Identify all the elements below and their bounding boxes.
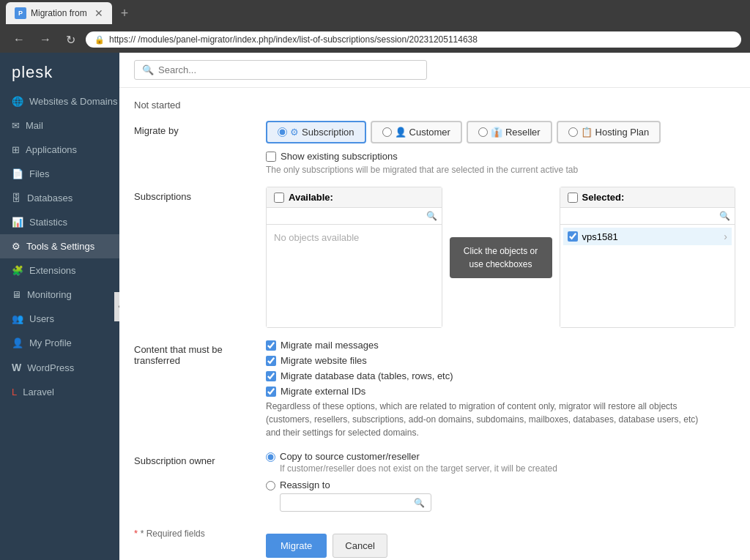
new-tab-button[interactable]: +: [115, 6, 135, 21]
migrate-mail-label[interactable]: Migrate mail messages: [281, 340, 379, 351]
sidebar-label-extensions: Extensions: [29, 265, 76, 276]
copy-to-source-radio[interactable]: [266, 452, 275, 462]
migrate-website-label[interactable]: Migrate website files: [281, 355, 367, 366]
sidebar-item-applications[interactable]: ⊞ Applications: [0, 138, 119, 162]
migrate-website-checkbox[interactable]: [266, 356, 276, 366]
address-bar[interactable]: 🔒 https:// /modules/panel-migrator/index…: [86, 31, 741, 48]
lock-icon: 🔒: [94, 35, 105, 45]
migrate-option-customer[interactable]: 👤 Customer: [371, 121, 462, 143]
transfer-mail: Migrate mail messages: [266, 340, 735, 351]
active-tab[interactable]: P Migration from ✕: [6, 2, 112, 24]
selected-search-row: 🔍: [560, 208, 735, 225]
migrate-option-subscription[interactable]: ⚙ Subscription: [266, 121, 366, 143]
selected-search-input[interactable]: [565, 211, 717, 221]
available-panel-body: No objects available: [267, 225, 442, 327]
sidebar-item-extensions[interactable]: 🧩 Extensions: [0, 258, 119, 283]
cancel-button[interactable]: Cancel: [333, 534, 387, 558]
sidebar-label-myprofile: My Profile: [29, 337, 72, 348]
sidebar-item-websites[interactable]: 🌐 Websites & Domains: [0, 89, 119, 113]
click-hint-box: Click the objects or use checkboxes: [450, 237, 552, 278]
reassign-to-input[interactable]: [286, 497, 409, 508]
selected-select-all[interactable]: [568, 193, 578, 203]
sidebar-item-monitoring[interactable]: 🖥 Monitoring: [0, 283, 119, 307]
subscription-radio[interactable]: [278, 127, 287, 137]
show-existing-label[interactable]: Show existing subscriptions: [281, 151, 398, 162]
click-hint-container: Click the objects or use checkboxes: [442, 187, 560, 328]
reseller-label: Reseller: [505, 127, 541, 138]
action-buttons: Migrate Cancel: [266, 534, 735, 560]
forward-button[interactable]: →: [35, 31, 56, 48]
selected-item-vps1581[interactable]: vps1581 ›: [563, 228, 732, 245]
users-icon: 👥: [12, 313, 23, 324]
vps1581-checkbox[interactable]: [568, 231, 578, 242]
migrate-database-checkbox[interactable]: [266, 371, 276, 381]
migrate-button[interactable]: Migrate: [266, 534, 327, 558]
migrate-by-row: Migrate by ⚙ Subscription 👤 Customer: [134, 121, 735, 175]
sidebar-item-myprofile[interactable]: 👤 My Profile: [0, 331, 119, 355]
migrate-external-ids-checkbox[interactable]: [266, 387, 276, 397]
subscription-owner-row: Subscription owner Copy to source custom…: [134, 451, 735, 512]
sidebar-item-statistics[interactable]: 📊 Statistics: [0, 210, 119, 234]
required-fields-text: * Required fields: [141, 529, 205, 539]
sidebar-collapse-button[interactable]: ‹: [114, 292, 119, 321]
hosting-radio[interactable]: [568, 127, 578, 137]
sidebar-logo: plesk: [0, 53, 119, 89]
reseller-radio[interactable]: [478, 127, 488, 137]
customer-label: Customer: [409, 127, 450, 138]
reseller-icon: 👔: [491, 127, 502, 138]
mail-icon: ✉: [12, 120, 20, 131]
reassign-to-label[interactable]: Reassign to: [280, 479, 330, 490]
subscriptions-field: Available: 🔍 No objects available: [266, 187, 735, 328]
available-label: Available:: [289, 192, 333, 203]
owner-option-copy: Copy to source customer/reseller If cust…: [266, 451, 735, 474]
db-icon: 🗄: [12, 193, 21, 204]
reassign-to-radio[interactable]: [266, 481, 275, 490]
sidebar-item-users[interactable]: 👥 Users: [0, 307, 119, 331]
vps1581-remove-button[interactable]: ›: [724, 231, 727, 242]
tab-close-button[interactable]: ✕: [94, 7, 103, 19]
refresh-button[interactable]: ↻: [62, 31, 80, 48]
selected-header: Selected:: [560, 187, 735, 208]
sidebar-label-files: Files: [29, 168, 49, 179]
customer-radio[interactable]: [382, 127, 392, 137]
migrate-mail-checkbox[interactable]: [266, 340, 276, 351]
sidebar-item-wordpress[interactable]: W WordPress: [0, 355, 119, 380]
file-icon: 📄: [12, 168, 23, 179]
search-input[interactable]: [158, 64, 305, 75]
subscription-icon: ⚙: [290, 127, 299, 138]
show-existing-checkbox[interactable]: [266, 152, 276, 162]
required-fields-label: * * Required fields: [134, 523, 266, 539]
subscription-owner-field: Copy to source customer/reseller If cust…: [266, 451, 735, 512]
migrate-option-reseller[interactable]: 👔 Reseller: [467, 121, 552, 143]
migrate-by-field: ⚙ Subscription 👤 Customer 👔 Reseller: [266, 121, 735, 175]
transfer-database: Migrate database data (tables, rows, etc…: [266, 370, 735, 381]
sidebar-item-databases[interactable]: 🗄 Databases: [0, 186, 119, 210]
search-wrapper[interactable]: 🔍: [134, 60, 427, 80]
transfer-description: Regardless of these options, which are r…: [266, 400, 705, 439]
migrate-external-ids-label[interactable]: Migrate external IDs: [281, 386, 365, 397]
available-panel: Available: 🔍 No objects available: [266, 187, 442, 328]
migrate-database-label[interactable]: Migrate database data (tables, rows, etc…: [281, 370, 453, 381]
transfer-external-ids: Migrate external IDs: [266, 386, 735, 397]
migrate-option-hosting[interactable]: 📋 Hosting Plan: [557, 121, 661, 143]
sidebar-item-laravel[interactable]: L Laravel: [0, 380, 119, 404]
vps1581-label: vps1581: [582, 231, 618, 242]
copy-to-source-text-block: Copy to source customer/reseller If cust…: [280, 451, 557, 474]
content-label: Content that must be transferred: [134, 340, 266, 366]
copy-to-source-label[interactable]: Copy to source customer/reseller: [280, 451, 420, 462]
reassign-input-wrapper: 🔍: [280, 493, 431, 512]
subscriptions-label: Subscriptions: [134, 187, 266, 202]
tab-title: Migration from: [31, 8, 87, 18]
sidebar-item-files[interactable]: 📄 Files: [0, 162, 119, 186]
available-search-input[interactable]: [271, 211, 423, 221]
action-row: * * Required fields Migrate Cancel: [134, 523, 735, 560]
available-search-row: 🔍: [267, 208, 442, 225]
owner-option-reassign: Reassign to 🔍: [266, 479, 735, 512]
sidebar-item-tools[interactable]: ⚙ Tools & Settings: [0, 234, 119, 258]
browser-chrome: P Migration from ✕ + ← → ↻ 🔒 https:// /m…: [0, 0, 750, 53]
sidebar-label-statistics: Statistics: [29, 217, 67, 228]
back-button[interactable]: ←: [9, 31, 29, 48]
sidebar-item-mail[interactable]: ✉ Mail: [0, 113, 119, 138]
available-select-all[interactable]: [274, 193, 284, 203]
transfer-website: Migrate website files: [266, 355, 735, 366]
